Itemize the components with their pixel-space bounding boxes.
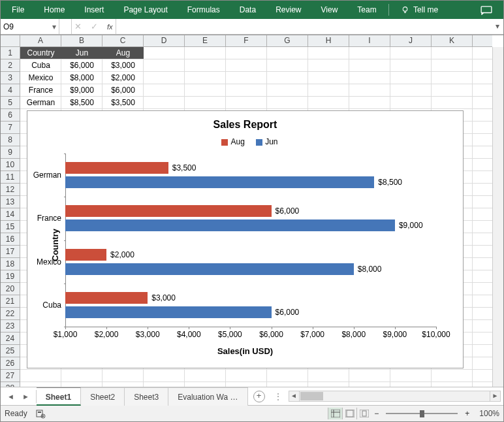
confirm-icon[interactable]: ✓ (91, 22, 98, 31)
col-header-J[interactable]: J (390, 35, 432, 46)
cell-C5[interactable]: $3,500 (102, 97, 144, 108)
col-header-K[interactable]: K (432, 35, 473, 46)
zoom-in-button[interactable]: + (462, 409, 473, 418)
row-header-1[interactable]: 1 (1, 47, 20, 59)
row-header-25[interactable]: 25 (1, 345, 20, 357)
row-header-10[interactable]: 10 (1, 159, 20, 171)
sheet-nav-prev-icon[interactable]: ◄ (7, 393, 14, 400)
cells[interactable]: CountryJunAugCuba$6,000$3,000Mexico$8,00… (20, 47, 492, 387)
scroll-left-icon[interactable]: ◄ (289, 391, 300, 401)
fx-icon[interactable]: fx (107, 23, 113, 31)
row-header-4[interactable]: 4 (1, 84, 20, 97)
col-header-I[interactable]: I (349, 35, 390, 46)
ribbon-tab-page-layout[interactable]: Page Layout (114, 1, 177, 19)
ribbon-tab-formulas[interactable]: Formulas (178, 1, 230, 19)
row-header-15[interactable]: 15 (1, 221, 20, 233)
row-header-11[interactable]: 11 (1, 171, 20, 184)
row-header-17[interactable]: 17 (1, 246, 20, 258)
cell-A5[interactable]: German (20, 97, 61, 108)
formula-bar[interactable]: ▾ (116, 19, 503, 34)
ribbon-tab-home[interactable]: Home (34, 1, 74, 19)
zoom-percent[interactable]: 100% (479, 409, 499, 418)
cell-C4[interactable]: $6,000 (102, 84, 144, 96)
new-sheet-button[interactable]: + (253, 391, 265, 402)
cell-C1[interactable]: Aug (102, 47, 144, 59)
sheet-tab-2[interactable]: Sheet3 (125, 387, 168, 406)
row-header-14[interactable]: 14 (1, 208, 20, 221)
cell-C2[interactable]: $3,000 (102, 59, 144, 71)
bar-aug-Mexico[interactable] (65, 249, 106, 261)
cell-B2[interactable]: $6,000 (61, 59, 102, 71)
row-header-26[interactable]: 26 (1, 357, 20, 370)
row-header-8[interactable]: 8 (1, 134, 20, 146)
bar-aug-France[interactable] (65, 205, 272, 217)
col-header-H[interactable]: H (308, 35, 349, 46)
row-header-23[interactable]: 23 (1, 320, 20, 333)
sheet-tab-0[interactable]: Sheet1 (37, 387, 81, 406)
ribbon-tab-file[interactable]: File (2, 1, 34, 19)
row-header-27[interactable]: 27 (1, 370, 20, 382)
horizontal-scrollbar[interactable]: ◄ ► (289, 391, 501, 402)
col-header-C[interactable]: C (102, 35, 144, 46)
row-header-20[interactable]: 20 (1, 283, 20, 295)
chart[interactable]: Sales Report Aug Jun Country $1,000$2,00… (27, 110, 464, 368)
name-box-dropdown-icon[interactable]: ▾ (52, 22, 56, 31)
col-header-E[interactable]: E (185, 35, 226, 46)
ribbon-tab-data[interactable]: Data (230, 1, 266, 19)
tab-scroll-icon[interactable]: ⋮ (274, 392, 282, 401)
cell-A1[interactable]: Country (20, 47, 61, 59)
row-header-5[interactable]: 5 (1, 97, 20, 109)
row-header-28[interactable]: 28 (1, 382, 20, 387)
bar-jun-German[interactable] (65, 176, 374, 188)
cell-B4[interactable]: $9,000 (61, 84, 102, 96)
row-header-7[interactable]: 7 (1, 122, 20, 134)
macro-record-icon[interactable] (35, 408, 46, 419)
zoom-thumb[interactable] (420, 410, 424, 417)
row-header-22[interactable]: 22 (1, 308, 20, 320)
cancel-icon[interactable]: ✕ (74, 22, 82, 31)
bar-aug-German[interactable] (65, 162, 168, 174)
col-header-F[interactable]: F (226, 35, 267, 46)
view-page-break-icon[interactable] (356, 408, 371, 419)
zoom-slider[interactable] (386, 413, 458, 414)
name-box[interactable]: ▾ (1, 19, 59, 34)
col-header-D[interactable]: D (144, 35, 185, 46)
row-header-2[interactable]: 2 (1, 59, 20, 72)
view-page-layout-icon[interactable] (342, 408, 356, 419)
col-header-G[interactable]: G (267, 35, 308, 46)
bar-aug-Cuba[interactable] (65, 292, 148, 304)
cell-A2[interactable]: Cuba (20, 59, 61, 71)
tell-me[interactable]: Tell me (391, 1, 448, 19)
row-header-16[interactable]: 16 (1, 233, 20, 246)
cell-A3[interactable]: Mexico (20, 72, 61, 84)
ribbon-tab-view[interactable]: View (311, 1, 348, 19)
sheet-tab-3[interactable]: Evaluation Wa … (168, 387, 247, 406)
row-header-21[interactable]: 21 (1, 295, 20, 308)
row-header-24[interactable]: 24 (1, 333, 20, 345)
row-header-3[interactable]: 3 (1, 72, 20, 84)
cell-C3[interactable]: $2,000 (102, 72, 144, 84)
scroll-thumb[interactable] (300, 392, 323, 400)
scroll-right-icon[interactable]: ► (490, 391, 500, 401)
cell-A4[interactable]: France (20, 84, 61, 96)
comments-icon[interactable] (471, 1, 502, 19)
ribbon-tab-team[interactable]: Team (347, 1, 386, 19)
row-header-9[interactable]: 9 (1, 146, 20, 159)
col-header-B[interactable]: B (61, 35, 102, 46)
bar-jun-Mexico[interactable] (65, 263, 354, 275)
ribbon-tab-review[interactable]: Review (266, 1, 311, 19)
bar-jun-France[interactable] (65, 219, 395, 231)
ribbon-tab-insert[interactable]: Insert (74, 1, 114, 19)
sheet-nav-next-icon[interactable]: ► (22, 393, 29, 400)
sheet-tab-1[interactable]: Sheet2 (81, 387, 125, 406)
bar-jun-Cuba[interactable] (65, 306, 272, 318)
vertical-scrollbar[interactable] (492, 47, 503, 387)
formula-input[interactable] (116, 19, 503, 34)
select-all-corner[interactable] (1, 35, 20, 47)
name-box-input[interactable] (3, 22, 45, 31)
cell-B1[interactable]: Jun (61, 47, 102, 59)
row-header-18[interactable]: 18 (1, 258, 20, 270)
cell-B5[interactable]: $8,500 (61, 97, 102, 108)
view-normal-icon[interactable] (328, 408, 342, 419)
formula-expand-icon[interactable]: ▾ (496, 22, 499, 31)
